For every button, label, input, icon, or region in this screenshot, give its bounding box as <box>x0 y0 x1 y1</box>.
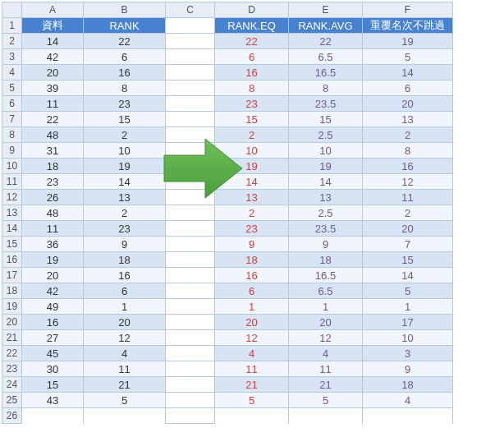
cell-blank[interactable] <box>166 80 215 96</box>
cell-data[interactable]: 27 <box>22 330 84 346</box>
cell[interactable] <box>166 408 215 424</box>
cell-rankeq[interactable]: 2 <box>215 205 289 221</box>
cell-rankavg[interactable]: 15 <box>289 112 363 127</box>
row-header[interactable]: 7 <box>2 112 22 127</box>
cell-nogap[interactable]: 14 <box>363 65 453 80</box>
cell-rankeq[interactable]: 4 <box>215 346 289 361</box>
cell-rankavg[interactable]: 2.5 <box>289 127 363 143</box>
cell-rank[interactable]: 14 <box>84 174 166 190</box>
col-header-A[interactable]: A <box>22 2 84 18</box>
cell-rankeq[interactable]: 14 <box>215 174 289 190</box>
cell-rank[interactable]: 2 <box>84 205 166 221</box>
cell-rankavg[interactable]: 9 <box>289 237 363 252</box>
cell-blank[interactable] <box>166 18 215 34</box>
cell-rank[interactable]: 18 <box>84 252 166 268</box>
cell-blank[interactable] <box>166 330 215 346</box>
cell-data[interactable]: 39 <box>22 80 84 96</box>
cell-nogap[interactable]: 3 <box>363 346 453 361</box>
cell-rank[interactable]: 23 <box>84 96 166 112</box>
cell-data[interactable]: 48 <box>22 205 84 221</box>
cell-nogap[interactable]: 20 <box>363 221 453 237</box>
row-header[interactable]: 20 <box>2 315 22 330</box>
cell-rankavg[interactable]: 21 <box>289 377 363 393</box>
cell-rankavg[interactable]: 6.5 <box>289 283 363 299</box>
cell-blank[interactable] <box>166 393 215 408</box>
cell-rank[interactable]: 23 <box>84 221 166 237</box>
cell-nogap[interactable]: 17 <box>363 315 453 330</box>
cell-rankeq[interactable]: 9 <box>215 237 289 252</box>
cell-blank[interactable] <box>166 127 215 143</box>
cell-rank[interactable]: 6 <box>84 283 166 299</box>
cell[interactable] <box>215 408 289 424</box>
col-header-E[interactable]: E <box>289 2 363 18</box>
cell-rankeq[interactable]: 23 <box>215 96 289 112</box>
cell-rankavg[interactable]: 19 <box>289 159 363 174</box>
col-header-F[interactable]: F <box>363 2 453 18</box>
cell-rankeq[interactable]: 2 <box>215 127 289 143</box>
header-rankeq[interactable]: RANK.EQ <box>215 18 289 34</box>
cell-nogap[interactable]: 7 <box>363 237 453 252</box>
cell-data[interactable]: 42 <box>22 49 84 65</box>
row-header[interactable]: 21 <box>2 330 22 346</box>
header-data[interactable]: 資料 <box>22 18 84 34</box>
cell-data[interactable]: 43 <box>22 393 84 408</box>
cell-rankavg[interactable]: 16.5 <box>289 268 363 283</box>
cell-rankavg[interactable]: 16.5 <box>289 65 363 80</box>
row-header[interactable]: 6 <box>2 96 22 112</box>
cell-rankavg[interactable]: 13 <box>289 190 363 205</box>
row-header[interactable]: 10 <box>2 159 22 174</box>
cell-rankavg[interactable]: 18 <box>289 252 363 268</box>
cell-nogap[interactable]: 5 <box>363 283 453 299</box>
col-header-B[interactable]: B <box>84 2 166 18</box>
cell-rankavg[interactable]: 20 <box>289 315 363 330</box>
cell[interactable] <box>84 408 166 424</box>
cell-nogap[interactable]: 13 <box>363 112 453 127</box>
cell-nogap[interactable]: 18 <box>363 377 453 393</box>
cell-blank[interactable] <box>166 283 215 299</box>
cell-blank[interactable] <box>166 143 215 159</box>
cell-rank[interactable]: 15 <box>84 112 166 127</box>
header-rank[interactable]: RANK <box>84 18 166 34</box>
row-header[interactable]: 13 <box>2 205 22 221</box>
cell-rank[interactable]: 4 <box>84 346 166 361</box>
cell-data[interactable]: 45 <box>22 346 84 361</box>
corner-cell[interactable] <box>2 2 22 18</box>
cell-data[interactable]: 26 <box>22 190 84 205</box>
cell-blank[interactable] <box>166 190 215 205</box>
cell-data[interactable]: 11 <box>22 221 84 237</box>
cell-rank[interactable]: 6 <box>84 49 166 65</box>
cell-rankavg[interactable]: 22 <box>289 34 363 49</box>
cell-data[interactable]: 16 <box>22 315 84 330</box>
row-header[interactable]: 17 <box>2 268 22 283</box>
cell-rankeq[interactable]: 13 <box>215 190 289 205</box>
cell-blank[interactable] <box>166 34 215 49</box>
cell-data[interactable]: 23 <box>22 174 84 190</box>
row-header[interactable]: 23 <box>2 361 22 377</box>
cell[interactable] <box>22 408 84 424</box>
cell-rankeq[interactable]: 22 <box>215 34 289 49</box>
row-header[interactable]: 12 <box>2 190 22 205</box>
cell-blank[interactable] <box>166 377 215 393</box>
cell-blank[interactable] <box>166 174 215 190</box>
cell-rank[interactable]: 20 <box>84 315 166 330</box>
cell-rank[interactable]: 5 <box>84 393 166 408</box>
cell-rankeq[interactable]: 15 <box>215 112 289 127</box>
row-header[interactable]: 3 <box>2 49 22 65</box>
cell-rankeq[interactable]: 12 <box>215 330 289 346</box>
row-header[interactable]: 8 <box>2 127 22 143</box>
cell-nogap[interactable]: 5 <box>363 49 453 65</box>
cell-data[interactable]: 42 <box>22 283 84 299</box>
col-header-D[interactable]: D <box>215 2 289 18</box>
cell-rankeq[interactable]: 5 <box>215 393 289 408</box>
cell-rankeq[interactable]: 20 <box>215 315 289 330</box>
cell-data[interactable]: 14 <box>22 34 84 49</box>
row-header[interactable]: 18 <box>2 283 22 299</box>
cell-nogap[interactable]: 2 <box>363 127 453 143</box>
cell-rankeq[interactable]: 8 <box>215 80 289 96</box>
cell-rankavg[interactable]: 6.5 <box>289 49 363 65</box>
cell-nogap[interactable]: 6 <box>363 80 453 96</box>
cell-nogap[interactable]: 8 <box>363 143 453 159</box>
cell-rankeq[interactable]: 19 <box>215 159 289 174</box>
cell-data[interactable]: 36 <box>22 237 84 252</box>
cell-blank[interactable] <box>166 252 215 268</box>
